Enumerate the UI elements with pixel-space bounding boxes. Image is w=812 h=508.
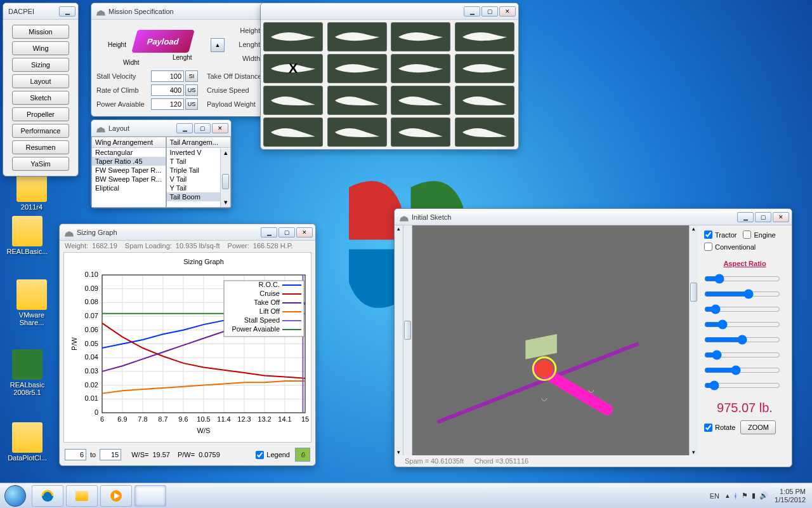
start-button[interactable] xyxy=(0,483,30,509)
slider-3[interactable] xyxy=(704,304,780,314)
scrollbar-vert-left[interactable]: ▴ ▾ xyxy=(395,225,403,455)
desktop-icon[interactable]: DataPlotCl... xyxy=(5,422,49,462)
icon-label: VMware Share... xyxy=(10,311,54,326)
list-item[interactable]: Rectangular xyxy=(92,148,166,157)
close-button[interactable]: ✕ xyxy=(499,6,516,17)
roc-input[interactable] xyxy=(151,84,184,96)
minimize-button[interactable]: ▁ xyxy=(261,227,277,237)
list-item[interactable]: FW Sweep Taper R... xyxy=(92,166,166,175)
airfoil-option[interactable] xyxy=(263,117,323,147)
airfoil-option[interactable] xyxy=(455,86,514,115)
range-from-input[interactable] xyxy=(65,449,86,460)
list-item[interactable]: BW Sweep Taper R... xyxy=(92,175,166,184)
range-to-input[interactable] xyxy=(100,449,121,460)
task-dacpei[interactable] xyxy=(134,485,166,507)
minimize-button[interactable]: ▁ xyxy=(464,6,480,17)
slider-1[interactable] xyxy=(704,274,780,284)
minimize-button[interactable]: ▁ xyxy=(176,123,193,133)
titlebar[interactable]: Sizing Graph ▁ ▢ ✕ xyxy=(60,224,315,241)
desktop-icon[interactable]: VMware Share... xyxy=(10,279,54,326)
task-ie[interactable] xyxy=(32,485,63,507)
sketch-button[interactable]: Sketch xyxy=(12,91,69,105)
airfoil-option[interactable] xyxy=(391,22,450,51)
yasim-button[interactable]: YaSim xyxy=(12,157,69,171)
titlebar[interactable]: ▁ ▢ ✕ xyxy=(261,3,518,20)
power-input[interactable] xyxy=(151,98,184,110)
airfoil-option[interactable]: X xyxy=(263,54,323,83)
airfoil-option[interactable] xyxy=(327,86,387,115)
slider-vert[interactable] xyxy=(403,225,412,455)
performance-button[interactable]: Performance xyxy=(12,124,69,138)
resumen-button[interactable]: Resumen xyxy=(12,140,69,154)
zoom-button[interactable]: ZOOM xyxy=(740,420,776,434)
scrollbar-vert-right[interactable]: ▴ ▾ xyxy=(689,225,698,455)
stall-input[interactable] xyxy=(151,70,184,82)
slider-2[interactable] xyxy=(704,289,780,299)
airfoil-option[interactable] xyxy=(455,54,514,83)
titlebar[interactable]: Layout ▁ ▢ ✕ xyxy=(91,120,231,137)
sizing-button[interactable]: Sizing xyxy=(12,58,69,72)
layout-button[interactable]: Layout xyxy=(12,74,69,88)
airfoil-option[interactable] xyxy=(391,86,450,115)
wing-arrangement-list[interactable]: Wing Arrangement RectangularTaper Ratio … xyxy=(91,137,166,208)
swap-button[interactable]: ▲ xyxy=(211,38,225,52)
airfoil-option[interactable] xyxy=(455,22,514,51)
airfoil-option[interactable] xyxy=(327,22,387,51)
airfoil-option[interactable] xyxy=(263,86,323,115)
clock[interactable]: 1:05 PM 1/15/2012 xyxy=(775,488,806,504)
action-center-icon[interactable]: ⚑ xyxy=(742,491,748,500)
close-button[interactable]: ✕ xyxy=(773,212,789,222)
scroll-down-icon[interactable]: ▾ xyxy=(221,198,230,207)
slider-4[interactable] xyxy=(704,319,780,330)
desktop-icon[interactable]: REALbasic 2008r5.1 xyxy=(5,349,49,396)
airfoil-option[interactable] xyxy=(391,54,450,83)
airfoil-option[interactable] xyxy=(327,54,387,83)
maximize-button[interactable]: ▢ xyxy=(194,123,211,133)
tail-arrangement-list[interactable]: Tail Arrangem... Inverted VT TailTriple … xyxy=(166,137,231,208)
volume-icon[interactable]: 🔊 xyxy=(759,491,768,500)
list-item[interactable]: Eliptical xyxy=(92,184,166,192)
slider-8[interactable] xyxy=(704,380,780,391)
maximize-button[interactable]: ▢ xyxy=(278,227,295,237)
unit-toggle[interactable]: US xyxy=(185,98,198,110)
bluetooth-icon[interactable]: ᚼ xyxy=(733,492,738,500)
airfoil-option[interactable] xyxy=(327,117,387,147)
airfoil-option[interactable] xyxy=(263,22,323,51)
conventional-checkbox[interactable] xyxy=(704,243,712,251)
rotate-checkbox[interactable] xyxy=(704,424,712,432)
maximize-button[interactable]: ▢ xyxy=(481,6,498,17)
titlebar[interactable]: Initial Sketch ▁ ▢ ✕ xyxy=(395,209,792,225)
scrollbar[interactable]: ▴ ▾ xyxy=(220,149,230,207)
slider-7[interactable] xyxy=(704,365,780,375)
unit-toggle[interactable]: US xyxy=(185,84,198,96)
tray-icons[interactable]: ▴ ᚼ ⚑ ▮ 🔊 xyxy=(726,491,768,500)
task-media[interactable] xyxy=(100,485,132,507)
task-explorer[interactable] xyxy=(66,485,98,507)
list-item[interactable]: Taper Ratio .45 xyxy=(92,157,166,166)
engine-checkbox[interactable] xyxy=(743,231,751,239)
titlebar[interactable]: DACPEI ▁ xyxy=(3,3,78,20)
scroll-up-icon[interactable]: ▴ xyxy=(221,149,230,157)
mission-button[interactable]: Mission xyxy=(12,25,69,39)
propeller-button[interactable]: Propeller xyxy=(12,107,69,121)
slider-5[interactable] xyxy=(704,335,780,345)
desktop-icon[interactable]: REALBasic... xyxy=(5,216,49,255)
wing-button[interactable]: Wing xyxy=(12,41,69,55)
airfoil-option[interactable] xyxy=(455,117,514,147)
close-button[interactable]: ✕ xyxy=(296,227,313,237)
legend-checkbox[interactable] xyxy=(256,451,264,459)
network-icon[interactable]: ▮ xyxy=(752,491,756,500)
close-button[interactable]: ✕ xyxy=(212,123,228,133)
airfoil-option[interactable] xyxy=(391,117,450,147)
tractor-checkbox[interactable] xyxy=(704,231,712,239)
minimize-button[interactable]: ▁ xyxy=(737,212,754,222)
export-button[interactable]: ⎙ xyxy=(295,448,310,462)
sketch-viewport[interactable]: ◡ ◡ xyxy=(412,225,689,455)
chevron-up-icon[interactable]: ▴ xyxy=(726,491,730,500)
slider-6[interactable] xyxy=(704,350,780,360)
language-indicator[interactable]: EN xyxy=(710,492,719,500)
minimize-button[interactable]: ▁ xyxy=(59,6,75,17)
desktop-icon[interactable]: 2011r4 xyxy=(10,171,54,211)
maximize-button[interactable]: ▢ xyxy=(755,212,771,222)
unit-toggle[interactable]: SI xyxy=(185,70,198,82)
